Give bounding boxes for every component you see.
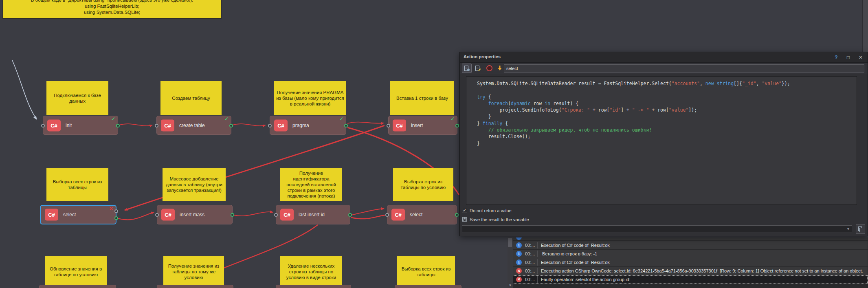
flow-node-select[interactable]: C#select✕ — [40, 205, 116, 224]
log-row[interactable]: ✕00:...Faulty operation: selectof the ac… — [513, 275, 868, 284]
input-port[interactable] — [155, 213, 159, 217]
code-line: } — [477, 113, 857, 120]
flow-node-partial[interactable] — [276, 285, 351, 288]
connection-wire — [234, 212, 273, 216]
csharp-badge: C# — [47, 119, 61, 131]
do-not-return-label: Do not return a value — [470, 208, 512, 213]
flow-node-insert[interactable]: C#insert✓ — [388, 116, 457, 135]
flow-node-partial[interactable] — [39, 285, 116, 288]
sticky-note[interactable]: Создаем таблицу — [160, 81, 222, 115]
flow-node-insert-mass[interactable]: C#insert mass — [157, 205, 233, 224]
success-check-icon: ✓ — [450, 116, 455, 122]
csharp-badge: C# — [45, 209, 58, 221]
log-row[interactable]: i00:... Вставлено строк в базу: -1 — [513, 250, 868, 258]
sticky-note-using-directives[interactable]: В общем коде в "Директивы using" прописы… — [2, 0, 222, 19]
log-row[interactable]: i00:...Execution of C# code of Result:ok — [513, 258, 868, 266]
log-row[interactable]: ✕00:...Executing action CSharp OwnCode: … — [513, 267, 868, 275]
log-scrollbar[interactable]: ▼ — [508, 237, 513, 288]
sticky-note[interactable]: Получение идентификатора последней встав… — [280, 168, 342, 201]
sticky-note[interactable]: Массовое добавление данных в таблицу (вн… — [163, 168, 226, 201]
output-port[interactable] — [231, 213, 234, 217]
run-to-action-button[interactable] — [495, 64, 505, 73]
output-port[interactable] — [229, 124, 233, 128]
sticky-note[interactable]: Подключаемся к базе данных — [46, 81, 108, 115]
flow-node-partial[interactable] — [157, 285, 233, 288]
output-port[interactable] — [344, 124, 348, 128]
log-row[interactable]: i00:...Execution of C# code of Result:ok — [513, 241, 868, 249]
help-icon[interactable]: ? — [835, 55, 837, 60]
input-port[interactable] — [268, 124, 272, 128]
save-result-option[interactable]: Save the result to the variable — [462, 217, 529, 222]
record-button[interactable] — [484, 64, 494, 73]
sticky-note[interactable]: Выборка всех строк из таблицы — [46, 168, 108, 201]
code-line: } — [477, 140, 857, 147]
success-check-icon: ✓ — [224, 116, 229, 122]
code-line: // обязательно закрываем ридер, чтоб не … — [477, 127, 857, 133]
sticky-note[interactable]: Выборка строк из таблицы по условию — [393, 168, 453, 201]
output-port[interactable] — [116, 124, 120, 128]
node-label: insert mass — [180, 212, 204, 218]
node-label: last insert id — [299, 212, 325, 218]
log-scrollbar-thumb[interactable] — [508, 238, 512, 247]
execution-log: ▼ i00:...Execution of C# code of Result:… — [508, 237, 868, 288]
sticky-note[interactable]: Обновление значения в таблице по условию — [45, 256, 107, 288]
sticky-note[interactable]: Получение значения PRAGMA из базы (мало … — [274, 81, 346, 115]
do-not-return-option[interactable]: ✓ Do not return a value — [462, 208, 512, 213]
code-line: try { — [477, 94, 857, 100]
sticky-note[interactable]: Выборка всех строк из таблицы — [397, 256, 455, 288]
code-line: foreach(dynamic row in result) { — [477, 100, 857, 107]
flow-node-pragma[interactable]: C#pragma✓ — [270, 116, 346, 135]
canvas-scrollbar[interactable] — [862, 0, 868, 52]
info-icon — [516, 237, 522, 240]
success-check-icon: ✓ — [339, 116, 343, 122]
sticky-note[interactable]: Получение значения из таблицы по тому же… — [163, 256, 224, 288]
output-port[interactable] — [455, 124, 459, 128]
input-port[interactable] — [385, 213, 389, 217]
save-disk-icon — [462, 217, 467, 222]
code-editor[interactable]: System.Data.SQLite.SQLiteDataReader resu… — [466, 76, 857, 205]
record-icon — [486, 65, 492, 71]
output-port[interactable] — [455, 213, 459, 217]
output-port[interactable] — [348, 213, 352, 217]
connection-wire — [119, 124, 152, 126]
log-column-divider — [537, 242, 538, 248]
copy-variable-button[interactable] — [856, 224, 865, 234]
flow-node-partial[interactable] — [395, 285, 461, 288]
panel-title: Action properties — [464, 54, 501, 59]
sticky-note[interactable]: Удаление нескольких строк из таблицы по … — [280, 256, 342, 288]
log-message: Faulty operation: selectof the action gr… — [541, 277, 631, 282]
code-line: project.SendInfoToLog("Строка: " + row["… — [477, 107, 857, 113]
info-icon: i — [516, 242, 522, 248]
sticky-note[interactable]: Вставка 1 строки в базу — [390, 81, 454, 115]
output-port[interactable] — [114, 216, 118, 220]
flow-node-select[interactable]: C#select — [387, 205, 457, 224]
close-icon[interactable]: ✕ — [859, 55, 863, 60]
action-properties-titlebar[interactable]: Action properties ? □ ✕ — [460, 52, 868, 63]
input-port[interactable] — [155, 124, 158, 128]
flow-node-create-table[interactable]: C#create table✓ — [156, 116, 231, 135]
action-name-input[interactable] — [504, 64, 864, 73]
checkbox-checked-icon[interactable]: ✓ — [462, 208, 467, 213]
flow-node-last-insert-id[interactable]: C#last insert id — [276, 205, 350, 224]
save-result-label: Save the result to the variable — [470, 217, 529, 222]
input-port[interactable] — [41, 124, 45, 128]
script-settings-button[interactable] — [462, 64, 472, 73]
maximize-icon[interactable]: □ — [847, 55, 850, 60]
connection-wire — [351, 209, 384, 215]
connection-wire — [347, 122, 384, 123]
variable-dropdown[interactable]: ▼ — [462, 225, 852, 233]
node-label: insert — [411, 123, 423, 128]
script-edit-button[interactable] — [473, 64, 483, 73]
input-port[interactable] — [387, 124, 390, 128]
scroll-down-arrow-icon[interactable]: ▼ — [508, 283, 513, 288]
node-label: select — [410, 212, 422, 218]
flow-node-init[interactable]: C#init✓ — [43, 116, 118, 135]
input-port[interactable] — [274, 213, 278, 217]
connection-wire — [12, 60, 37, 119]
document-gear-icon — [464, 65, 470, 72]
node-label: pragma — [292, 123, 309, 128]
sticky-note-line: using FastSqliteHelperLib; — [3, 3, 221, 9]
log-timestamp: 00:... — [525, 260, 537, 265]
log-row-partial[interactable] — [513, 237, 868, 240]
input-port[interactable] — [114, 209, 118, 213]
